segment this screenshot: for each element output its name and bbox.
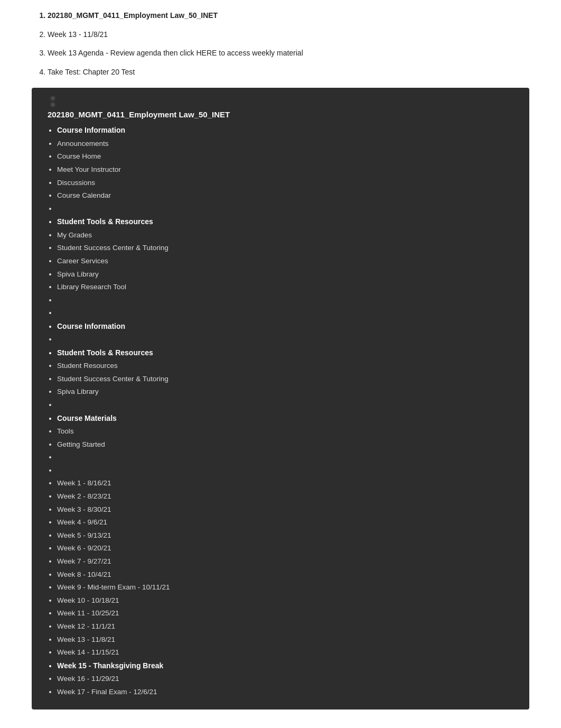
breadcrumb-list: 202180_MGMT_0411_Employment Law_50_INET … (32, 11, 529, 77)
nav-item-week-16[interactable]: Week 16 - 11/29/21 (57, 673, 519, 685)
panel-title: 202180_MGMT_0411_Employment Law_50_INET (42, 110, 519, 119)
spacer-7 (57, 465, 519, 476)
nav-item-meet-instructor[interactable]: Meet Your Instructor (57, 164, 519, 176)
nav-item-course-calendar[interactable]: Course Calendar (57, 190, 519, 201)
breadcrumb-item-2[interactable]: Week 13 - 11/8/21 (48, 30, 529, 40)
blur-dot-2 (51, 103, 55, 107)
page-wrapper: 202180_MGMT_0411_Employment Law_50_INET … (0, 11, 561, 709)
nav-item-week-6[interactable]: Week 6 - 9/20/21 (57, 542, 519, 554)
nav-item-career-services[interactable]: Career Services (57, 255, 519, 267)
nav-item-student-success-2[interactable]: Student Success Center & Tutoring (57, 373, 519, 385)
nav-item-tools[interactable]: Tools (57, 426, 519, 437)
nav-list: Course Information Announcements Course … (42, 124, 519, 697)
section-header-student-tools-1: Student Tools & Resources (57, 216, 519, 227)
nav-item-week-4[interactable]: Week 4 - 9/6/21 (57, 517, 519, 528)
nav-item-week-1[interactable]: Week 1 - 8/16/21 (57, 477, 519, 489)
nav-item-student-resources[interactable]: Student Resources (57, 360, 519, 372)
nav-item-discussions[interactable]: Discussions (57, 177, 519, 189)
blur-dot-1 (51, 96, 55, 100)
nav-item-week-10[interactable]: Week 10 - 10/18/21 (57, 595, 519, 606)
spacer-5 (57, 399, 519, 411)
nav-item-week-7[interactable]: Week 7 - 9/27/21 (57, 556, 519, 567)
spacer-1 (57, 203, 519, 215)
nav-item-course-home[interactable]: Course Home (57, 151, 519, 162)
breadcrumb-item-4[interactable]: Take Test: Chapter 20 Test (48, 67, 529, 78)
nav-item-library-research[interactable]: Library Research Tool (57, 281, 519, 293)
section-header-student-tools-2: Student Tools & Resources (57, 347, 519, 358)
blur-dots-top (42, 96, 519, 107)
spacer-3 (57, 307, 519, 319)
spacer-4 (57, 334, 519, 345)
section-header-course-info-2: Course Information (57, 320, 519, 332)
breadcrumb-item-3[interactable]: Week 13 Agenda - Review agenda then clic… (48, 48, 529, 59)
nav-item-week-14[interactable]: Week 14 - 11/15/21 (57, 647, 519, 658)
nav-item-thanksgiving[interactable]: Week 15 - Thanksgiving Break (57, 660, 519, 671)
nav-item-announcements[interactable]: Announcements (57, 138, 519, 150)
section-header-course-info-1: Course Information (57, 124, 519, 136)
spacer-6 (57, 451, 519, 463)
nav-item-week-5[interactable]: Week 5 - 9/13/21 (57, 530, 519, 541)
nav-item-week-11[interactable]: Week 11 - 10/25/21 (57, 607, 519, 619)
nav-item-week-9[interactable]: Week 9 - Mid-term Exam - 10/11/21 (57, 582, 519, 593)
nav-item-week-13[interactable]: Week 13 - 11/8/21 (57, 634, 519, 646)
nav-item-week-8[interactable]: Week 8 - 10/4/21 (57, 569, 519, 580)
nav-item-student-success-1[interactable]: Student Success Center & Tutoring (57, 242, 519, 254)
nav-item-week-12[interactable]: Week 12 - 11/1/21 (57, 621, 519, 632)
nav-item-getting-started[interactable]: Getting Started (57, 439, 519, 450)
breadcrumb-item-1[interactable]: 202180_MGMT_0411_Employment Law_50_INET (48, 11, 529, 21)
spacer-2 (57, 294, 519, 306)
nav-item-my-grades[interactable]: My Grades (57, 229, 519, 241)
dark-panel: 202180_MGMT_0411_Employment Law_50_INET … (32, 88, 529, 709)
nav-item-week-2[interactable]: Week 2 - 8/23/21 (57, 491, 519, 502)
nav-item-week-17[interactable]: Week 17 - Final Exam - 12/6/21 (57, 686, 519, 698)
breadcrumb-section: 202180_MGMT_0411_Employment Law_50_INET … (32, 11, 529, 77)
section-header-course-materials: Course Materials (57, 412, 519, 424)
nav-item-spiva-library-2[interactable]: Spiva Library (57, 386, 519, 398)
nav-item-spiva-library-1[interactable]: Spiva Library (57, 269, 519, 280)
nav-item-week-3[interactable]: Week 3 - 8/30/21 (57, 504, 519, 515)
